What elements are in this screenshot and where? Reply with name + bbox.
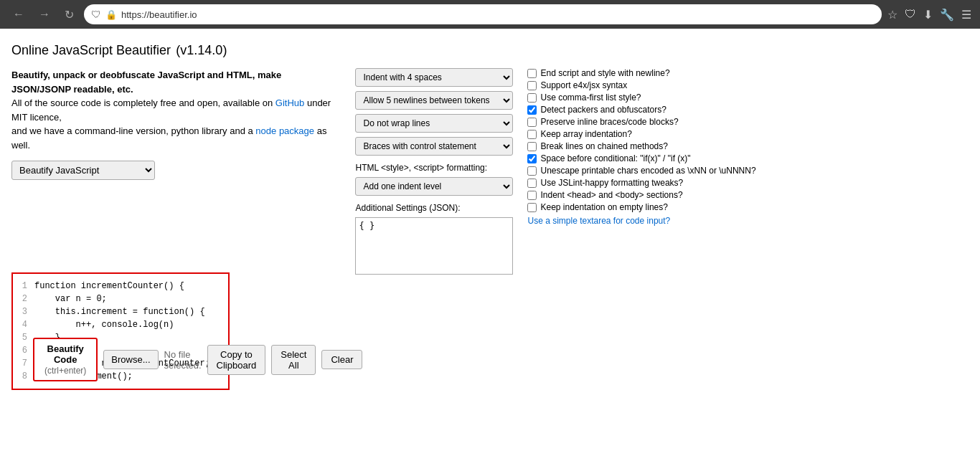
preserve-inline-checkbox[interactable] xyxy=(527,118,537,127)
checkbox-row-preserve-inline: Preserve inline braces/code blocks? xyxy=(527,117,969,127)
beautify-code-button[interactable]: Beautify Code (ctrl+enter) xyxy=(33,338,98,381)
page-content: Online JavaScript Beautifier (v1.14.0) B… xyxy=(0,29,980,406)
table-row: 4 n++, console.log(n) xyxy=(19,318,222,331)
e4x-checkbox[interactable] xyxy=(527,81,537,90)
break-chained-checkbox[interactable] xyxy=(527,142,537,151)
keep-indent-checkbox[interactable] xyxy=(527,203,537,212)
braces-select[interactable]: Braces with control statement Braces on … xyxy=(355,137,513,156)
detect-packers-label: Detect packers and obfuscators? xyxy=(540,105,666,115)
action-bar: Beautify Code (ctrl+enter) Browse... No … xyxy=(33,338,362,381)
left-column: Beautify, unpack or deobfuscate JavaScri… xyxy=(11,68,341,387)
space-before-checkbox[interactable] xyxy=(527,154,537,163)
checkbox-row-detect-packers: Detect packers and obfuscators? xyxy=(527,105,969,115)
keep-array-label: Keep array indentation? xyxy=(540,129,631,139)
table-row: 2 var n = 0; xyxy=(19,293,222,305)
end-script-label: End script and style with newline? xyxy=(540,68,669,78)
unescape-checkbox[interactable] xyxy=(527,166,537,176)
shield-icon2: 🛡 xyxy=(905,8,916,21)
newlines-select[interactable]: Allow 5 newlines between tokens Allow 1 … xyxy=(355,91,513,110)
options-checkboxes: End script and style with newline? Suppo… xyxy=(527,68,969,387)
checkbox-row-end-script: End script and style with newline? xyxy=(527,68,969,78)
select-all-button[interactable]: Select All xyxy=(271,345,316,375)
table-row: 3 this.increment = function() { xyxy=(19,305,222,318)
indent-head-label: Indent <head> and <body> sections? xyxy=(540,190,682,200)
page-title: Online JavaScript Beautifier (v1.14.0) xyxy=(11,37,969,60)
settings-icon[interactable]: 🔧 xyxy=(940,8,954,22)
forward-button[interactable]: → xyxy=(34,5,55,24)
checkbox-row-break-chained: Break lines on chained methods? xyxy=(527,141,969,151)
indent-select[interactable]: Indent with 4 spaces Indent with 2 space… xyxy=(355,68,513,87)
menu-icon[interactable]: ☰ xyxy=(961,8,971,22)
space-before-label: Space before conditional: "if(x)" / "if … xyxy=(540,153,690,163)
comma-first-checkbox[interactable] xyxy=(527,93,537,103)
checkbox-row-keep-indent: Keep indentation on empty lines? xyxy=(527,202,969,212)
github-link[interactable]: GitHub xyxy=(275,98,304,108)
table-row: 1function incrementCounter() { xyxy=(19,280,222,293)
beautify-mode-select[interactable]: Beautify JavaScript Beautify CSS Beautif… xyxy=(11,161,155,180)
lock-icon: 🔒 xyxy=(105,9,117,20)
clear-button[interactable]: Clear xyxy=(321,350,362,369)
back-button[interactable]: ← xyxy=(9,5,29,24)
checkbox-row-e4x: Support e4x/jsx syntax xyxy=(527,80,969,90)
address-bar[interactable]: 🛡 🔒 https://beautifier.io xyxy=(84,4,882,24)
url-text: https://beautifier.io xyxy=(121,9,197,20)
html-indent-select[interactable]: Add one indent level Keep indentation xyxy=(355,177,513,196)
description: Beautify, unpack or deobfuscate JavaScri… xyxy=(11,68,341,152)
browser-chrome: ← → ↻ 🛡 🔒 https://beautifier.io ☆ 🛡 ⬇ 🔧 … xyxy=(0,0,980,29)
additional-settings-label: Additional Settings (JSON): xyxy=(355,203,513,213)
e4x-label: Support e4x/jsx syntax xyxy=(540,80,627,90)
browse-button[interactable]: Browse... xyxy=(103,350,158,369)
checkbox-row-unescape: Unescape printable chars encoded as \xNN… xyxy=(527,166,969,176)
wrap-select[interactable]: Do not wrap lines Wrap lines at 80 chars xyxy=(355,114,513,133)
checkbox-row-keep-array: Keep array indentation? xyxy=(527,129,969,139)
download-icon[interactable]: ⬇ xyxy=(923,8,933,22)
no-file-text: No file selected. xyxy=(164,349,202,371)
bookmark-icon[interactable]: ☆ xyxy=(887,8,897,22)
shield-icon: 🛡 xyxy=(91,9,101,20)
jslint-checkbox[interactable] xyxy=(527,179,537,188)
main-layout: Beautify, unpack or deobfuscate JavaScri… xyxy=(11,68,969,387)
checkbox-row-comma-first: Use comma-first list style? xyxy=(527,92,969,103)
right-column: Indent with 4 spaces Indent with 2 space… xyxy=(355,68,969,387)
jslint-label: Use JSLint-happy formatting tweaks? xyxy=(540,178,683,188)
checkbox-row-space-before: Space before conditional: "if(x)" / "if … xyxy=(527,153,969,163)
break-chained-label: Break lines on chained methods? xyxy=(540,141,667,151)
unescape-label: Unescape printable chars encoded as \xNN… xyxy=(540,166,755,176)
simple-textarea-link[interactable]: Use a simple textarea for code input? xyxy=(527,216,969,226)
html-format-label: HTML <style>, <script> formatting: xyxy=(355,163,513,173)
additional-settings-textarea[interactable]: { } xyxy=(355,217,513,275)
detect-packers-checkbox[interactable] xyxy=(527,105,537,115)
browser-toolbar-right: ☆ 🛡 ⬇ 🔧 ☰ xyxy=(887,8,971,22)
keep-indent-label: Keep indentation on empty lines? xyxy=(540,202,667,212)
keep-array-checkbox[interactable] xyxy=(527,130,537,139)
preserve-inline-label: Preserve inline braces/code blocks? xyxy=(540,117,678,127)
end-script-checkbox[interactable] xyxy=(527,69,537,78)
copy-to-clipboard-button[interactable]: Copy to Clipboard xyxy=(207,345,266,375)
node-package-link[interactable]: node package xyxy=(255,125,314,136)
comma-first-label: Use comma-first list style? xyxy=(540,92,641,103)
checkbox-row-jslint: Use JSLint-happy formatting tweaks? xyxy=(527,178,969,188)
options-selects: Indent with 4 spaces Indent with 2 space… xyxy=(355,68,513,387)
refresh-button[interactable]: ↻ xyxy=(60,5,78,24)
indent-head-checkbox[interactable] xyxy=(527,191,537,200)
checkbox-row-indent-head: Indent <head> and <body> sections? xyxy=(527,190,969,200)
